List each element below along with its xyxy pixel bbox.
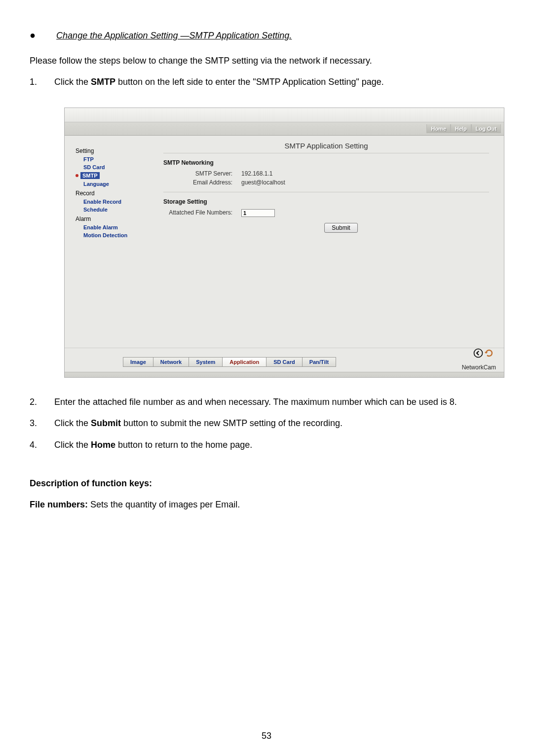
label-smtp-server: SMTP Server: <box>163 170 241 177</box>
sidebar-item-enable-alarm[interactable]: Enable Alarm <box>83 224 152 230</box>
steps-list-bottom: 2. Enter the attached file number as and… <box>30 392 503 456</box>
page-title: SMTP Application Setting <box>163 142 489 150</box>
step-text: Click the Home button to return to the h… <box>54 434 503 456</box>
top-button-bar: Home Help Log Out <box>65 122 504 136</box>
sidebar-group-record: Record <box>76 190 152 197</box>
tab-pantilt[interactable]: Pan/Tilt <box>302 357 337 367</box>
label-email-address: Email Address: <box>163 179 241 186</box>
step-number: 4. <box>30 434 54 456</box>
value-email-address: guest@localhost <box>241 179 489 186</box>
sidebar-group-alarm: Alarm <box>76 216 152 222</box>
tab-image[interactable]: Image <box>123 357 153 367</box>
sidebar: Setting FTP SD Card SMTP Language Record… <box>65 136 158 348</box>
active-indicator-icon <box>76 174 78 177</box>
submit-button[interactable]: Submit <box>324 223 357 233</box>
brand-label: NetworkCam <box>460 363 498 372</box>
home-button[interactable]: Home <box>426 124 451 133</box>
app-screenshot: Home Help Log Out Setting FTP SD Card SM… <box>64 108 504 378</box>
sidebar-item-sdcard[interactable]: SD Card <box>83 164 152 170</box>
content-area: SMTP Application Setting SMTP Networking… <box>158 136 504 348</box>
intro-paragraph: Please follow the steps below to change … <box>30 52 503 70</box>
step-text: Click the SMTP button on the left side t… <box>54 72 503 93</box>
sidebar-group-setting: Setting <box>76 147 152 154</box>
description-line: File numbers: Sets the quantity of image… <box>30 496 503 513</box>
bullet-icon: ● <box>30 30 36 41</box>
svg-point-0 <box>474 349 483 358</box>
sidebar-item-smtp[interactable]: SMTP <box>80 172 100 179</box>
page-number: 53 <box>0 731 533 741</box>
back-icon[interactable] <box>473 348 483 358</box>
section-smtp-networking: SMTP Networking <box>163 159 489 166</box>
tab-network[interactable]: Network <box>153 357 189 367</box>
attached-file-numbers-input[interactable] <box>241 209 275 217</box>
tab-system[interactable]: System <box>189 357 223 367</box>
value-smtp-server: 192.168.1.1 <box>241 170 489 177</box>
refresh-icon[interactable] <box>484 348 494 358</box>
sidebar-item-enable-record[interactable]: Enable Record <box>83 199 152 205</box>
step-number: 1. <box>30 72 54 93</box>
steps-list-top: 1. Click the SMTP button on the left sid… <box>30 72 503 93</box>
step-number: 3. <box>30 413 54 434</box>
section-storage-setting: Storage Setting <box>163 198 489 205</box>
sidebar-item-schedule[interactable]: Schedule <box>83 207 152 213</box>
section-heading: Change the Application Setting —SMTP App… <box>56 31 292 41</box>
sidebar-item-language[interactable]: Language <box>83 181 152 187</box>
logout-button[interactable]: Log Out <box>471 124 501 133</box>
step-text: Click the Submit button to submit the ne… <box>54 413 503 434</box>
step-number: 2. <box>30 392 54 413</box>
label-attached-file-numbers: Attatched File Numbers: <box>163 209 241 217</box>
tab-application[interactable]: Application <box>222 357 266 367</box>
sidebar-item-motion-detection[interactable]: Motion Detection <box>83 232 152 238</box>
sidebar-item-ftp[interactable]: FTP <box>83 156 152 162</box>
description-heading: Description of function keys: <box>30 478 503 489</box>
bottom-tabs: Image Network System Application SD Card… <box>123 357 336 367</box>
step-text: Enter the attached file number as and wh… <box>54 392 503 413</box>
tab-sdcard[interactable]: SD Card <box>266 357 302 367</box>
help-button[interactable]: Help <box>451 124 471 133</box>
